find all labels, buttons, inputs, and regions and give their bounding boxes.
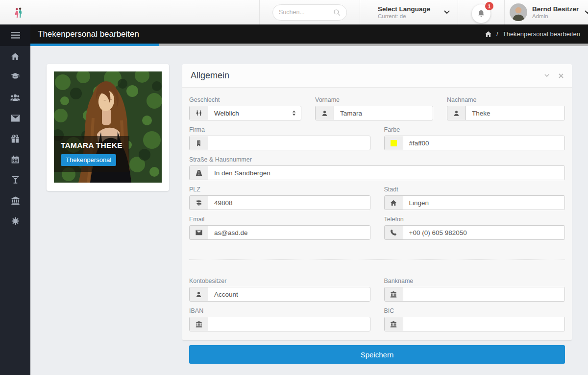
- envelope-icon: [190, 226, 208, 239]
- user-icon: [190, 287, 208, 301]
- field-label: Email: [189, 216, 370, 223]
- language-text: Select Language Current: de: [378, 5, 430, 19]
- field-stadt: Stadt: [384, 180, 565, 210]
- search-box[interactable]: [272, 4, 347, 21]
- field-label: BIC: [384, 307, 565, 314]
- language-selector[interactable]: Select Language Current: de: [360, 0, 458, 24]
- header-notifications-section: 1: [458, 0, 504, 24]
- field-label: Vorname: [315, 96, 433, 103]
- sidebar-item-home[interactable]: [0, 46, 30, 67]
- page-title-bar: Thekenpersonal bearbeiten / Thekenperson…: [0, 24, 588, 46]
- telefon-input[interactable]: [403, 226, 565, 239]
- nachname-input[interactable]: [466, 106, 564, 120]
- home-icon[interactable]: [485, 31, 492, 38]
- strasse-input[interactable]: [208, 166, 564, 180]
- geschlecht-selected-value: Weiblich: [214, 110, 239, 117]
- field-plz: PLZ: [189, 180, 370, 210]
- field-geschlecht: Geschlecht Weiblich: [189, 91, 301, 120]
- bank-icon: [385, 317, 403, 331]
- gift-icon: [11, 135, 20, 143]
- profile-role-badge: Thekenpersonal: [61, 154, 116, 166]
- bank-icon: [190, 317, 208, 331]
- field-vorname: Vorname: [315, 91, 433, 120]
- header-search-section: [259, 0, 360, 24]
- breadcrumb-current[interactable]: Thekenpersonal bearbeiten: [503, 30, 580, 38]
- language-label: Select Language: [378, 5, 430, 13]
- graduation-cap-icon: [10, 73, 20, 81]
- field-label: Kontobesitzer: [189, 278, 370, 284]
- sidebar-item-messages[interactable]: [0, 108, 30, 128]
- user-role: Admin: [532, 13, 579, 19]
- allgemein-panel: Allgemein Geschlecht: [182, 64, 572, 340]
- sidebar-item-calendar[interactable]: [0, 149, 30, 169]
- field-label: IBAN: [189, 307, 370, 314]
- panel-tools: [544, 73, 564, 78]
- plz-input[interactable]: [208, 196, 370, 210]
- save-button[interactable]: Speichern: [189, 345, 565, 364]
- user-icon: [447, 106, 466, 120]
- bankname-input[interactable]: [403, 287, 565, 301]
- form-column: Allgemein Geschlecht: [182, 64, 572, 364]
- iban-input[interactable]: [208, 317, 370, 331]
- logo[interactable]: [0, 0, 259, 24]
- close-panel-button[interactable]: [559, 73, 564, 78]
- sidebar-toggle-button[interactable]: [0, 24, 30, 46]
- home-icon: [385, 196, 403, 210]
- user-text: Bernd Besitzer Admin: [532, 5, 579, 19]
- sidebar-item-settings[interactable]: [0, 211, 30, 231]
- profile-overlay: TAMARA THEKE Thekenpersonal: [54, 136, 129, 172]
- sidebar-item-courses[interactable]: [0, 67, 30, 87]
- profile-photo: TAMARA THEKE Thekenpersonal: [54, 71, 162, 183]
- users-icon: [10, 94, 20, 101]
- sidebar-item-bar[interactable]: [0, 169, 30, 190]
- search-icon[interactable]: [333, 9, 341, 16]
- field-farbe: Farbe: [384, 120, 565, 150]
- kontobesitzer-input[interactable]: [208, 287, 370, 301]
- sidebar-item-staff[interactable]: [0, 87, 30, 108]
- geschlecht-select[interactable]: Weiblich: [208, 106, 301, 120]
- title-underline-accent: [30, 44, 159, 46]
- section-divider: [189, 259, 565, 260]
- field-label: Firma: [189, 126, 370, 133]
- sidebar-item-rewards[interactable]: [0, 128, 30, 149]
- calendar-icon: [11, 155, 20, 164]
- field-email: Email: [189, 210, 370, 240]
- field-bic: BIC: [384, 302, 565, 331]
- stadt-input[interactable]: [403, 196, 565, 210]
- field-label: Straße & Hausnummer: [189, 156, 565, 163]
- dancing-couple-icon: [14, 7, 23, 18]
- bank-icon: [11, 196, 20, 205]
- field-strasse: Straße & Hausnummer: [189, 156, 565, 180]
- vorname-input[interactable]: [334, 106, 433, 120]
- page-title: Thekenpersonal bearbeiten: [38, 24, 139, 46]
- panel-title: Allgemein: [191, 70, 229, 81]
- field-label: Nachname: [447, 96, 565, 103]
- firma-input[interactable]: [208, 136, 370, 150]
- profile-card: TAMARA THEKE Thekenpersonal: [47, 64, 169, 191]
- notifications-button[interactable]: 1: [472, 4, 490, 23]
- color-swatch: [385, 136, 403, 150]
- profile-name: TAMARA THEKE: [61, 141, 122, 150]
- top-header: Select Language Current: de 1 Bernd Besi…: [0, 0, 588, 24]
- panel-header: Allgemein: [182, 64, 572, 88]
- collapse-panel-button[interactable]: [544, 74, 549, 77]
- field-bankname: Bankname: [384, 272, 565, 302]
- home-icon: [11, 52, 20, 61]
- language-current: Current: de: [378, 13, 430, 19]
- breadcrumb: / Thekenpersonal bearbeiten: [485, 24, 580, 46]
- user-icon: [316, 106, 334, 120]
- field-iban: IBAN: [189, 302, 370, 331]
- field-kontobesitzer: Kontobesitzer: [189, 272, 370, 302]
- avatar: [510, 3, 527, 21]
- field-label: Telefon: [384, 216, 565, 223]
- bic-input[interactable]: [403, 317, 565, 331]
- email-input[interactable]: [208, 226, 370, 239]
- envelope-icon: [11, 115, 20, 122]
- user-menu[interactable]: Bernd Besitzer Admin: [504, 0, 588, 24]
- sidebar-item-finance[interactable]: [0, 190, 30, 211]
- map-signs-icon: [190, 196, 208, 210]
- search-input[interactable]: [279, 9, 333, 16]
- farbe-input[interactable]: [403, 136, 565, 150]
- road-icon: [190, 166, 208, 180]
- phone-icon: [385, 226, 403, 239]
